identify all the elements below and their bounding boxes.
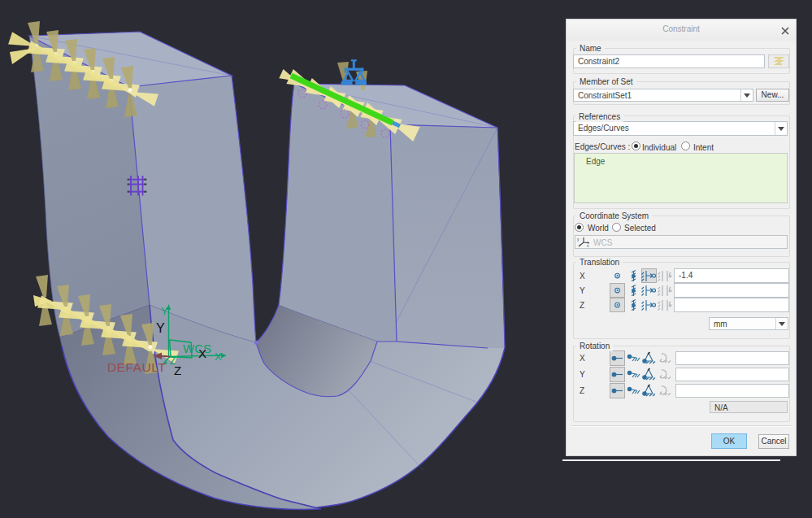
svg-text:X: X	[215, 350, 222, 363]
svg-text:WCS: WCS	[183, 342, 211, 355]
svg-text:Z: Z	[174, 363, 181, 377]
svg-text:x: x	[587, 243, 589, 248]
svg-text:DEFAULT: DEFAULT	[107, 360, 166, 374]
svg-text:Y: Y	[156, 321, 165, 335]
svg-text:Y: Y	[161, 305, 168, 317]
svg-text:X: X	[198, 346, 206, 360]
svg-text:y: y	[577, 237, 580, 242]
